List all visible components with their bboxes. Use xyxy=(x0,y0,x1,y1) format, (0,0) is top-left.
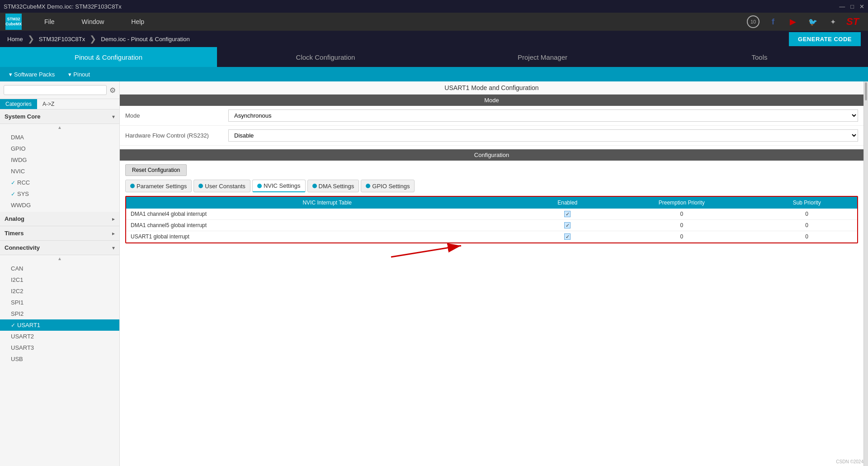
scroll-up-indicator: ▲ xyxy=(0,124,119,131)
rcc-check-icon: ✓ xyxy=(11,180,15,186)
bc-arrow-1: ❯ xyxy=(28,34,34,44)
social-icons: 10 f ▶ 🐦 ✦ ST xyxy=(747,15,859,28)
maximize-button[interactable]: □ xyxy=(850,3,854,10)
enabled-cell-1[interactable] xyxy=(528,209,607,220)
wwdg-label: WWDG xyxy=(11,202,31,209)
table-row: DMA1 channel4 global interrupt 0 0 xyxy=(126,209,857,220)
tab-nvic-settings[interactable]: NVIC Settings xyxy=(252,180,306,192)
nvic-table-container: NVIC Interrupt Table Enabled Preemption … xyxy=(125,196,858,243)
enabled-cell-3[interactable] xyxy=(528,231,607,243)
config-section-header: Configuration xyxy=(120,149,863,161)
sidebar-item-sys[interactable]: ✓ SYS xyxy=(0,188,119,200)
sub-tab-software-packs[interactable]: ▾ Software Packs xyxy=(9,71,55,78)
dma-label: DMA xyxy=(11,134,24,141)
tab-user-constants[interactable]: User Constants xyxy=(193,180,250,192)
chevron-right-icon: ▸ xyxy=(112,216,115,222)
mode-row: Mode Asynchronous xyxy=(120,106,863,126)
sidebar-item-i2c1[interactable]: I2C1 xyxy=(0,274,119,285)
tab-project-manager[interactable]: Project Manager xyxy=(434,47,651,67)
menu-file[interactable]: File xyxy=(31,13,68,31)
checkbox-1[interactable] xyxy=(564,211,571,217)
sidebar-item-gpio[interactable]: GPIO xyxy=(0,143,119,154)
menu-help[interactable]: Help xyxy=(118,13,158,31)
bc-home[interactable]: Home xyxy=(7,36,28,43)
search-input[interactable] xyxy=(4,85,107,95)
scrollbar-thumb[interactable] xyxy=(865,82,867,100)
dot-icon-3 xyxy=(257,184,262,188)
tab-tools[interactable]: Tools xyxy=(651,47,868,67)
bc-mcu[interactable]: STM32F103C8Tx xyxy=(34,36,90,43)
checkbox-2[interactable] xyxy=(564,222,571,228)
usart1-label: USART1 xyxy=(17,322,40,328)
table-row: DMA1 channel5 global interrupt 0 0 xyxy=(126,220,857,231)
nvic-label: NVIC xyxy=(11,168,25,175)
network-icon[interactable]: ✦ xyxy=(826,15,839,28)
sidebar-item-usart1[interactable]: ✓ USART1 xyxy=(0,319,119,331)
dot-icon-4 xyxy=(312,184,317,188)
youtube-icon[interactable]: ▶ xyxy=(787,15,799,28)
tab-parameter-settings[interactable]: Parameter Settings xyxy=(125,180,192,192)
sub-1: 0 xyxy=(756,209,857,220)
chevron-down-icon: ▾ xyxy=(112,114,115,120)
icon-badge: 10 xyxy=(747,15,760,28)
sidebar-item-dma[interactable]: DMA xyxy=(0,132,119,143)
table-row: USART1 global interrupt 0 0 xyxy=(126,231,857,243)
checkbox-3[interactable] xyxy=(564,233,571,240)
arrow-icon-2: ▾ xyxy=(68,71,71,78)
hwflow-select[interactable]: Disable xyxy=(228,129,858,142)
interrupt-name-3: USART1 global interrupt xyxy=(126,231,528,243)
sidebar-item-rcc[interactable]: ✓ RCC xyxy=(0,177,119,188)
arrow-icon: ▾ xyxy=(9,71,12,78)
tab-dma-settings[interactable]: DMA Settings xyxy=(307,180,359,192)
mode-section-header: Mode xyxy=(120,95,863,106)
window-title: STM32CubeMX Demo.ioc: STM32F103C8Tx xyxy=(4,3,839,10)
sub-tab-pinout[interactable]: ▾ Pinout xyxy=(68,71,90,78)
twitter-icon[interactable]: 🐦 xyxy=(807,15,819,28)
section-timers[interactable]: Timers ▸ xyxy=(0,226,119,241)
chevron-right-icon-2: ▸ xyxy=(112,230,115,237)
enabled-cell-2[interactable] xyxy=(528,220,607,231)
dot-icon xyxy=(130,184,135,188)
filter-categories[interactable]: Categories xyxy=(0,99,37,109)
right-scrollbar[interactable] xyxy=(863,81,868,466)
usb-label: USB xyxy=(11,356,23,362)
i2c1-label: I2C1 xyxy=(11,276,23,283)
nvic-table: NVIC Interrupt Table Enabled Preemption … xyxy=(126,197,857,243)
sidebar-item-usart2[interactable]: USART2 xyxy=(0,331,119,342)
menu-window[interactable]: Window xyxy=(68,13,118,31)
gear-icon[interactable]: ⚙ xyxy=(109,86,116,95)
reset-config-button[interactable]: Reset Configuration xyxy=(125,164,187,176)
sidebar-item-nvic[interactable]: NVIC xyxy=(0,166,119,177)
bc-demo[interactable]: Demo.ioc - Pinout & Configuration xyxy=(96,36,194,43)
section-system-core[interactable]: System Core ▾ xyxy=(0,109,119,124)
minimize-button[interactable]: — xyxy=(839,3,845,10)
preemption-1: 0 xyxy=(607,209,756,220)
section-connectivity[interactable]: Connectivity ▾ xyxy=(0,241,119,255)
sidebar-item-i2c2[interactable]: I2C2 xyxy=(0,285,119,297)
sidebar-item-usb[interactable]: USB xyxy=(0,353,119,365)
sidebar-item-wwdg[interactable]: WWDG xyxy=(0,200,119,211)
filter-az[interactable]: A->Z xyxy=(37,99,60,109)
st-icon[interactable]: ST xyxy=(846,15,859,28)
hwflow-row: Hardware Flow Control (RS232) Disable xyxy=(120,126,863,146)
mode-select[interactable]: Asynchronous xyxy=(228,109,858,122)
filter-tabs: Categories A->Z xyxy=(0,99,119,109)
sub-tabs: ▾ Software Packs ▾ Pinout xyxy=(0,67,868,81)
tab-pinout-config[interactable]: Pinout & Configuration xyxy=(0,47,217,67)
sidebar-item-spi2[interactable]: SPI2 xyxy=(0,308,119,319)
section-analog[interactable]: Analog ▸ xyxy=(0,212,119,226)
i2c2-label: I2C2 xyxy=(11,288,23,295)
close-button[interactable]: ✕ xyxy=(859,3,864,10)
usart3-label: USART3 xyxy=(11,344,34,351)
tab-clock-config[interactable]: Clock Configuration xyxy=(217,47,434,67)
sidebar-item-can[interactable]: CAN xyxy=(0,263,119,274)
generate-code-button[interactable]: GENERATE CODE xyxy=(789,32,861,46)
sidebar-item-iwdg[interactable]: IWDG xyxy=(0,154,119,166)
dot-icon-2 xyxy=(198,184,203,188)
usart2-label: USART2 xyxy=(11,333,34,340)
sidebar-item-usart3[interactable]: USART3 xyxy=(0,342,119,353)
sidebar-item-spi1[interactable]: SPI1 xyxy=(0,297,119,308)
tab-gpio-settings[interactable]: GPIO Settings xyxy=(361,180,415,192)
facebook-icon[interactable]: f xyxy=(767,15,779,28)
sys-label: SYS xyxy=(17,190,29,197)
